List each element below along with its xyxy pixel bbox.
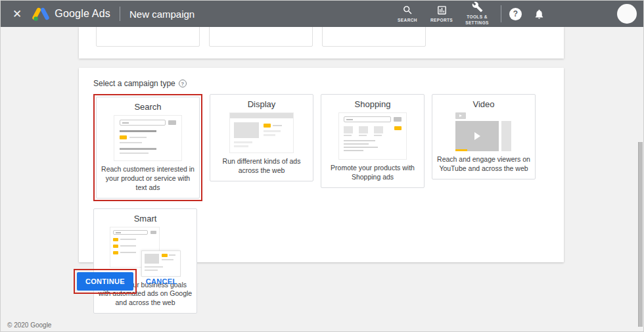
goal-card-partial[interactable]: [96, 27, 200, 47]
search-campaign-illustration: [114, 115, 182, 161]
card-description: Reach customers interested in your produ…: [100, 165, 196, 193]
campaign-type-card-video[interactable]: Video Reach and engage viewers on YouTub…: [432, 94, 536, 179]
topbar-search-label: SEARCH: [398, 18, 417, 24]
section-label: Select a campaign type ?: [93, 79, 549, 88]
copyright-text: © 2020 Google: [7, 321, 51, 329]
previous-section-card-partial: [79, 27, 564, 59]
campaign-type-card-shopping[interactable]: Shopping: [321, 94, 425, 188]
notifications-bell-icon[interactable]: [534, 9, 545, 20]
card-title: Smart: [134, 214, 157, 224]
topbar-reports-button[interactable]: REPORTS: [426, 5, 457, 24]
campaign-type-card-display[interactable]: Display: [210, 94, 313, 181]
card-title: Search: [134, 102, 161, 112]
close-icon[interactable]: ✕: [9, 7, 26, 21]
display-campaign-illustration: [229, 112, 294, 153]
reports-icon: [436, 5, 448, 16]
top-app-bar: ✕ Google Ads New campaign SEARCH REPORTS: [1, 1, 643, 27]
shopping-campaign-illustration: [338, 112, 407, 160]
user-avatar[interactable]: [617, 4, 637, 24]
campaign-type-section: Select a campaign type ? Search: [79, 68, 564, 262]
card-description: Promote your products with Shopping ads: [325, 164, 421, 182]
card-title: Shopping: [355, 99, 391, 109]
continue-button[interactable]: CONTINUE: [77, 272, 133, 291]
card-description: Run different kinds of ads across the we…: [214, 157, 310, 176]
campaign-type-card-search[interactable]: Search Reach customers interes: [96, 97, 200, 199]
tools-settings-icon: [472, 1, 483, 12]
card-title: Display: [248, 99, 276, 109]
section-label-text: Select a campaign type: [93, 79, 175, 88]
search-icon: [402, 5, 413, 16]
cancel-link[interactable]: CANCEL: [146, 277, 177, 285]
topbar-tools-settings-button[interactable]: TOOLS & SETTINGS: [460, 1, 494, 26]
vertical-scrollbar-thumb[interactable]: [638, 142, 643, 327]
annotation-highlight: CONTINUE: [74, 269, 137, 294]
topbar-reports-label: REPORTS: [430, 18, 453, 24]
topbar-tools-settings-label: TOOLS & SETTINGS: [460, 14, 494, 26]
page-title: New campaign: [129, 9, 195, 20]
help-icon[interactable]: ?: [509, 8, 522, 20]
goal-card-partial[interactable]: [322, 27, 426, 47]
topbar-divider: [120, 7, 120, 21]
goal-card-partial[interactable]: [209, 27, 313, 47]
google-ads-new-campaign-window: ✕ Google Ads New campaign SEARCH REPORTS: [0, 0, 644, 332]
video-campaign-illustration: [455, 112, 512, 151]
card-title: Video: [472, 99, 494, 109]
topbar-search-button[interactable]: SEARCH: [392, 5, 423, 24]
annotation-highlight: Search Reach customers interes: [93, 94, 202, 201]
campaign-type-card-smart[interactable]: Smart: [93, 208, 197, 314]
content-area: Select a campaign type ? Search: [1, 27, 643, 332]
help-tooltip-icon[interactable]: ?: [179, 80, 187, 87]
topbar-divider: [501, 5, 501, 22]
form-actions: CONTINUE CANCEL: [74, 269, 177, 294]
brand-name: Google Ads: [55, 8, 110, 20]
card-description: Reach and engage viewers on YouTube and …: [436, 155, 532, 174]
google-ads-logo-icon: [32, 6, 49, 22]
